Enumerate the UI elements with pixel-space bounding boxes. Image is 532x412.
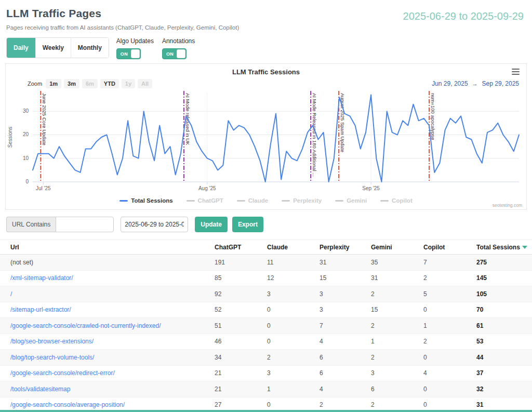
url-link[interactable]: /blog/top-search-volume-tools/ [10,354,215,361]
table-body: (not set)1911131357275/xml-sitemap-valid… [0,255,532,412]
toggle-block-annotations: AnnotationsON [162,37,195,59]
metric-value: 2 [423,338,476,345]
range-from-input[interactable]: Jun 29, 2025 [432,80,468,87]
svg-text:num=100 apocalypse: num=100 apocalypse [430,93,436,140]
toggle-switch-annotations[interactable]: ON [162,48,187,59]
sort-desc-icon [522,246,527,249]
column-header-url[interactable]: Url [10,244,215,251]
legend-dash-icon [187,200,195,202]
url-link[interactable]: /xml-sitemap-validator/ [10,274,215,282]
metric-value: 1 [371,338,423,345]
date-range-input[interactable] [121,217,188,232]
controls-row: DailyWeeklyMonthly Algo UpdatesONAnnotat… [6,37,526,59]
tab-monthly[interactable]: Monthly [71,38,109,58]
chart-title: LLM Traffic Sessions [6,64,526,76]
legend-dash-icon [335,200,343,202]
chart-context-menu-icon[interactable] [512,69,520,75]
toggle-switch-algo-updates[interactable]: ON [116,48,141,59]
metric-value: 0 [267,306,320,313]
total-sessions-value: 61 [476,322,532,329]
toggle-state-text: ON [121,51,128,57]
metric-value: 1 [267,386,320,393]
metric-value: 3 [320,306,371,313]
page-subtitle: Pages receiving traffic from AI assistan… [6,24,524,31]
legend-item-total-sessions[interactable]: Total Sessions [119,197,172,204]
export-button[interactable]: Export [232,217,263,232]
url-contains-label: URL Contains [6,217,56,232]
metric-value: 2 [320,401,371,408]
tab-weekly[interactable]: Weekly [35,38,71,58]
range-arrow-icon: → [472,81,478,87]
total-sessions-value: 31 [476,401,532,408]
url-link[interactable]: /google-search-console/average-position/ [10,401,215,408]
legend-item-chatgpt[interactable]: ChatGPT [187,197,223,204]
column-header-copilot[interactable]: Copilot [423,244,476,251]
chart-legend: Total SessionsChatGPTClaudePerplexityGem… [6,197,526,204]
table-row: (not set)1911131357275 [0,255,532,271]
url-text: (not set) [10,259,215,266]
page-header: LLM Traffic Pages Pages receiving traffi… [0,0,532,31]
url-link[interactable]: /blog/seo-browser-extensions/ [10,338,215,345]
table-row: /google-search-console/crawled-not-curre… [0,318,532,334]
legend-item-label: Perplexity [293,197,322,204]
url-link[interactable]: /google-search-console/redirect-error/ [10,369,215,377]
url-link[interactable]: /google-search-console/crawled-not-curre… [10,322,215,329]
table-row: /tools/validatesitemap21146032 [0,381,532,397]
range-to-input[interactable]: Sep 29, 2025 [482,80,519,87]
zoom-button-3m[interactable]: 3m [64,79,79,88]
metric-value: 4 [320,338,371,345]
legend-item-gemini[interactable]: Gemini [335,197,367,204]
table-row: /923325105 [0,286,532,302]
metric-value: 1 [423,322,476,329]
url-link[interactable]: /sitemap-url-extractor/ [10,306,215,313]
column-header-chatgpt[interactable]: ChatGPT [215,244,267,251]
legend-item-perplexity[interactable]: Perplexity [282,197,322,204]
metric-value: 3 [267,369,320,377]
svg-text:10: 10 [23,155,29,161]
metric-value: 4 [320,386,371,393]
metric-value: 31 [320,259,371,266]
metric-value: 0 [423,306,476,313]
toggle-knob [177,49,185,58]
metric-value: 0 [423,401,476,408]
legend-item-copilot[interactable]: Copilot [380,197,413,204]
metric-value: 3 [267,290,320,298]
tab-daily[interactable]: Daily [7,38,35,58]
metric-value: 12 [267,274,320,282]
metric-value: 0 [423,354,476,361]
sessions-line-chart[interactable]: 0102030Jul '25Aug '25Sep '25SessionsJune… [6,88,525,195]
legend-item-label: Gemini [347,197,367,204]
url-link[interactable]: /tools/validatesitemap [10,386,215,393]
metric-value: 0 [267,401,320,408]
zoom-button-ytd[interactable]: YTD [100,79,119,88]
metric-value: 3 [320,290,371,298]
metric-value: 0 [267,338,320,345]
total-sessions-value: 70 [476,306,532,313]
metric-value: 34 [215,354,267,361]
column-header-gemini[interactable]: Gemini [371,244,423,251]
toggle-label: Algo Updates [116,37,154,45]
column-header-perplexity[interactable]: Perplexity [320,244,371,251]
column-header-total-sessions[interactable]: Total Sessions [476,244,532,251]
url-contains-input[interactable] [56,217,114,232]
total-sessions-value: 53 [476,338,532,345]
toggles-group: Algo UpdatesONAnnotationsON [116,37,195,59]
url-link[interactable]: / [10,290,215,298]
llm-traffic-table: UrlChatGPTClaudePerplexityGeminiCopilotT… [0,240,532,412]
table-row: /blog/seo-browser-extensions/46041253 [0,334,532,350]
legend-item-claude[interactable]: Claude [237,197,268,204]
metric-value: 46 [215,338,267,345]
table-header-row: UrlChatGPTClaudePerplexityGeminiCopilotT… [0,240,532,255]
metric-value: 6 [320,369,371,377]
update-button[interactable]: Update [195,217,228,232]
metric-value: 27 [215,401,267,408]
column-header-claude[interactable]: Claude [267,244,320,251]
legend-dash-icon [237,200,245,202]
chart-range-inputs: Jun 29, 2025 → Sep 29, 2025 [432,80,519,87]
total-sessions-value: 105 [476,290,532,298]
filter-row: URL Contains Update Export [6,217,526,232]
svg-text:Aug '25: Aug '25 [198,185,216,191]
zoom-button-1m[interactable]: 1m [46,79,61,88]
total-sessions-value: 44 [476,354,532,361]
zoom-label: Zoom [28,81,42,87]
